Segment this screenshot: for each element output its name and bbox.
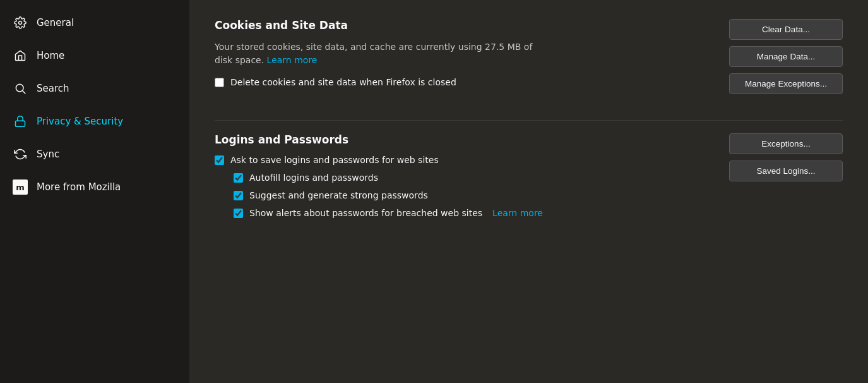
home-icon <box>13 48 28 63</box>
gear-icon <box>13 15 28 30</box>
sidebar-item-mozilla[interactable]: m More from Mozilla <box>0 171 189 204</box>
svg-point-1 <box>16 84 23 92</box>
manage-data-button[interactable]: Manage Data... <box>729 46 843 67</box>
clear-data-button[interactable]: Clear Data... <box>729 19 843 40</box>
sidebar-item-sync-label: Sync <box>37 149 59 160</box>
sidebar-item-home[interactable]: Home <box>0 39 189 72</box>
autofill-checkbox[interactable] <box>234 173 243 183</box>
cookies-buttons: Clear Data... Manage Data... Manage Exce… <box>729 19 843 94</box>
breach-learn-more-link[interactable]: Learn more <box>492 208 543 218</box>
exceptions-button[interactable]: Exceptions... <box>729 133 843 154</box>
manage-exceptions-button[interactable]: Manage Exceptions... <box>729 73 843 94</box>
sidebar-item-search[interactable]: Search <box>0 72 189 105</box>
cookies-section: Cookies and Site Data Your stored cookie… <box>215 19 843 95</box>
sidebar: General Home Search Privacy & Security <box>0 0 189 383</box>
logins-buttons: Exceptions... Saved Logins... <box>729 133 843 181</box>
delete-cookies-checkbox[interactable] <box>215 78 224 87</box>
sidebar-item-privacy-label: Privacy & Security <box>37 116 123 127</box>
save-logins-row: Ask to save logins and passwords for web… <box>215 155 710 165</box>
sidebar-item-search-label: Search <box>37 83 69 94</box>
sync-icon <box>13 147 28 162</box>
sidebar-item-privacy[interactable]: Privacy & Security <box>0 105 189 138</box>
delete-cookies-label[interactable]: Delete cookies and site data when Firefo… <box>230 77 456 87</box>
search-icon <box>13 81 28 96</box>
svg-line-2 <box>23 91 26 94</box>
main-content: Cookies and Site Data Your stored cookie… <box>189 0 868 383</box>
svg-point-0 <box>19 21 22 25</box>
save-logins-checkbox[interactable] <box>215 155 224 165</box>
autofill-label[interactable]: Autofill logins and passwords <box>249 173 378 183</box>
suggest-passwords-row: Suggest and generate strong passwords <box>234 190 710 200</box>
sidebar-item-general[interactable]: General <box>0 6 189 39</box>
section-divider <box>215 120 843 121</box>
sidebar-item-mozilla-label: More from Mozilla <box>37 181 121 193</box>
sidebar-item-home-label: Home <box>37 50 64 61</box>
breach-alerts-row: Show alerts about passwords for breached… <box>234 208 710 218</box>
logins-section-title: Logins and Passwords <box>215 133 710 146</box>
lock-icon <box>13 114 28 129</box>
svg-rect-3 <box>16 121 25 126</box>
mozilla-icon: m <box>13 179 28 195</box>
breach-alerts-label[interactable]: Show alerts about passwords for breached… <box>249 208 482 218</box>
breach-alerts-checkbox[interactable] <box>234 209 243 218</box>
sidebar-item-general-label: General <box>37 17 74 28</box>
cookies-learn-more-link[interactable]: Learn more <box>267 55 318 65</box>
delete-cookies-row: Delete cookies and site data when Firefo… <box>215 77 710 87</box>
sidebar-item-sync[interactable]: Sync <box>0 138 189 171</box>
saved-logins-button[interactable]: Saved Logins... <box>729 161 843 181</box>
cookies-section-desc: Your stored cookies, site data, and cach… <box>215 40 694 67</box>
suggest-passwords-checkbox[interactable] <box>234 191 243 200</box>
save-logins-label[interactable]: Ask to save logins and passwords for web… <box>230 155 439 165</box>
logins-section: Logins and Passwords Ask to save logins … <box>215 133 843 226</box>
suggest-passwords-label[interactable]: Suggest and generate strong passwords <box>249 190 428 200</box>
autofill-row: Autofill logins and passwords <box>234 173 710 183</box>
cookies-section-title: Cookies and Site Data <box>215 19 710 32</box>
